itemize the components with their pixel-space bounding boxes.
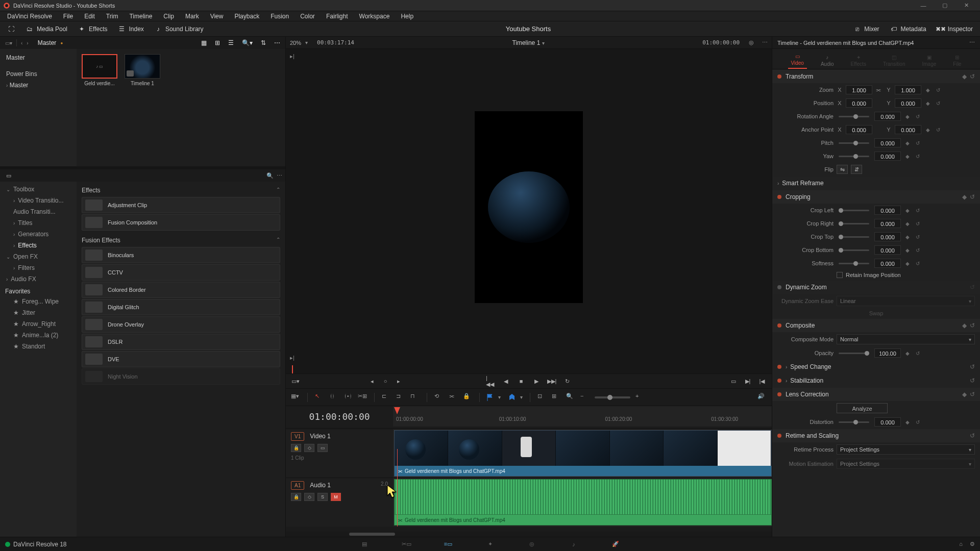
page-fairlight[interactable]: ♪	[568, 539, 579, 550]
timeline-view-options[interactable]: ▦▾	[291, 393, 300, 402]
page-deliver[interactable]: 🚀	[610, 539, 621, 550]
viewer-mode-icon[interactable]: ▭▾	[291, 377, 300, 386]
record-timecode[interactable]: 01:00:00:00	[702, 39, 740, 46]
mixer-toggle[interactable]: ⎚Mixer	[848, 23, 884, 35]
menu-timeline[interactable]: Timeline	[124, 12, 157, 21]
softness-slider[interactable]	[839, 263, 869, 264]
track-header-v1[interactable]: V1 Video 1 🔒 ◇ ▭ 1 Clip	[286, 429, 393, 478]
menu-mark[interactable]: Mark	[180, 12, 204, 21]
pos-y-input[interactable]: 0.000	[895, 98, 921, 108]
sound-library-toggle[interactable]: ♪Sound Library	[149, 23, 209, 35]
zoom-detail-button[interactable]: ⊞	[552, 393, 561, 402]
bin-clip-geld-verdienen[interactable]: ♪ ▭ Geld verdie...	[82, 54, 117, 86]
section-composite[interactable]: Composite◆↺	[772, 319, 980, 332]
flip-v-button[interactable]: ⇵	[851, 165, 862, 174]
menu-fusion[interactable]: Fusion	[265, 12, 294, 21]
position-lock-toggle[interactable]: 🔒	[463, 393, 472, 402]
last-frame-button[interactable]: ▶▶|	[547, 377, 556, 386]
page-color[interactable]: ◎	[526, 539, 537, 550]
fx-cat-video-transitions[interactable]: ›Video Transitio...	[0, 195, 77, 206]
crop-left-input[interactable]: 0.000	[874, 206, 901, 215]
rotation-input[interactable]: 0.000	[874, 112, 901, 121]
section-dynamic-zoom[interactable]: Dynamic Zoom↺	[772, 281, 980, 294]
project-settings-icon[interactable]: ⚙	[970, 541, 975, 547]
composite-mode-dropdown[interactable]: Normal▾	[837, 334, 975, 344]
pitch-slider[interactable]	[839, 142, 869, 144]
anchor-y-input[interactable]: 0.000	[895, 125, 921, 134]
effects-toggle[interactable]: ✦Effects	[72, 23, 112, 35]
distortion-slider[interactable]	[839, 421, 869, 423]
bin-search-icon[interactable]: 🔍▾	[242, 39, 253, 46]
inspector-tab-image[interactable]: ▣Image	[919, 53, 939, 69]
zoom-x-input[interactable]: 1.000	[846, 85, 872, 94]
yaw-slider[interactable]	[839, 156, 869, 157]
motion-est-dropdown[interactable]: Project Settings▾	[837, 459, 975, 469]
overwrite-button[interactable]: ⊐	[396, 393, 405, 402]
fx-cat-generators[interactable]: ›Generators	[0, 229, 77, 240]
crop-top-slider[interactable]	[839, 236, 869, 238]
timeline-timecode[interactable]: 01:00:00:00	[286, 406, 393, 427]
crop-bottom-input[interactable]: 0.000	[874, 245, 901, 255]
crop-right-input[interactable]: 0.000	[874, 219, 901, 228]
window-close-button[interactable]: ✕	[955, 0, 977, 11]
fx-item-dve[interactable]: DVE	[82, 351, 280, 367]
menu-workspace[interactable]: Workspace	[354, 12, 395, 21]
fx-item-cctv[interactable]: CCTV	[82, 264, 280, 281]
zoom-out-button[interactable]: −	[580, 393, 590, 402]
menu-playback[interactable]: Playback	[229, 12, 264, 21]
fx-item-adjustment-clip[interactable]: Adjustment Clip	[82, 197, 280, 213]
track-badge-a1[interactable]: A1	[291, 481, 304, 490]
timeline-scrollbar[interactable]	[286, 532, 772, 537]
fx-fav-jitter[interactable]: ★ Jitter	[0, 307, 77, 318]
page-media[interactable]: ▤	[359, 539, 370, 550]
menu-fairlight[interactable]: Fairlight	[321, 12, 353, 21]
crop-left-slider[interactable]	[839, 210, 869, 211]
snapping-toggle[interactable]: ⟲	[434, 393, 444, 402]
inspector-tab-file[interactable]: ⊞File	[950, 53, 964, 69]
zoom-y-input[interactable]: 1.000	[895, 85, 921, 94]
metadata-toggle[interactable]: 🏷Metadata	[885, 23, 932, 35]
viewer[interactable]: ▸| ▸|	[286, 49, 772, 365]
menu-help[interactable]: Help	[396, 12, 419, 21]
jump-next-button[interactable]: ▶|	[743, 377, 752, 386]
bin-tree-powerbins-header[interactable]: Power Bins	[3, 68, 74, 80]
fx-fav-standort[interactable]: ★ Standort	[0, 341, 77, 352]
viewer-options-icon[interactable]: ⋯	[762, 39, 768, 46]
crop-top-input[interactable]: 0.000	[874, 232, 901, 241]
track-auto-select-v1[interactable]: ◇	[304, 444, 314, 452]
audio-clip[interactable]: ⫘Geld verdienen mit Blogs und ChatGPT.mp…	[394, 479, 772, 525]
analyze-button[interactable]: Analyze	[837, 403, 888, 413]
effects-panel-stack-icon[interactable]: ▭	[6, 172, 11, 179]
flip-h-button[interactable]: ⇋	[837, 165, 848, 174]
section-speed-change[interactable]: ›Speed Change↺	[772, 360, 980, 373]
crop-right-slider[interactable]	[839, 223, 869, 224]
zoom-full-button[interactable]: ⊡	[537, 393, 547, 402]
eye-button[interactable]: ○	[381, 377, 390, 386]
menu-davinciresolve[interactable]: DaVinci Resolve	[2, 12, 57, 21]
track-name-v1[interactable]: Video 1	[310, 433, 330, 440]
effects-search-icon[interactable]: 🔍	[266, 172, 274, 179]
menu-view[interactable]: View	[205, 12, 229, 21]
fx-group-effects[interactable]: Effects⌃	[82, 185, 280, 196]
audio-monitor-icon[interactable]: 🔊	[757, 393, 767, 402]
anchor-x-input[interactable]: 0.000	[846, 125, 872, 134]
first-frame-button[interactable]: |◀◀	[486, 377, 495, 386]
fx-item-drone-overlay[interactable]: Drone Overlay	[82, 316, 280, 333]
page-cut[interactable]: ✂▭	[401, 539, 412, 550]
fx-fav-arrow-right[interactable]: ★ Arrow_Right	[0, 318, 77, 330]
insert-button[interactable]: ⊏	[382, 393, 391, 402]
opacity-input[interactable]: 100.00	[874, 348, 901, 358]
bin-tree-powerbins-master[interactable]: › Master	[3, 80, 74, 91]
timeline-name-dropdown[interactable]: Timeline 1 ▾	[512, 39, 544, 46]
section-stabilization[interactable]: ›Stabilization↺	[772, 374, 980, 387]
track-lock-a1[interactable]: 🔒	[291, 493, 301, 501]
effects-options-icon[interactable]: ⋯	[277, 172, 282, 179]
selection-tool[interactable]: ↖	[315, 393, 324, 402]
viewer-sync-icon[interactable]: ◎	[749, 39, 754, 46]
bin-back[interactable]: ‹	[21, 40, 22, 46]
viewer-bypass-icon[interactable]: ▸|	[290, 355, 295, 361]
video-clip[interactable]: ⫘Geld verdienen mit Blogs und ChatGPT.mp…	[394, 430, 772, 477]
inspector-options-icon[interactable]: ⋯	[969, 39, 975, 46]
viewer-zoom-dropdown[interactable]: 20%	[290, 40, 301, 46]
track-badge-v1[interactable]: V1	[291, 432, 304, 441]
